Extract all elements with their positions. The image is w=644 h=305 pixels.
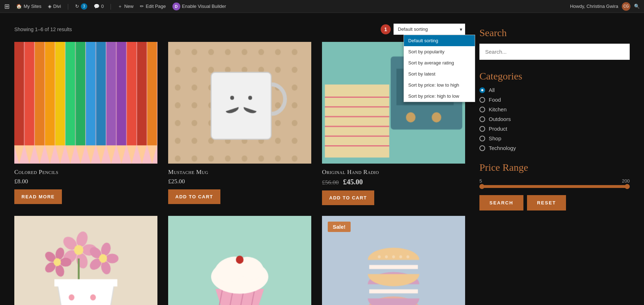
howdy-text: Howdy, Christina Gwira	[570, 4, 618, 9]
product-image-pink-gourmet-cupcake[interactable]	[168, 216, 311, 305]
category-radio-outdoors[interactable]	[479, 116, 485, 122]
price-range-section: Price Range 5 200 SEARCH RESET	[479, 162, 630, 210]
divi-icon: ◈	[48, 4, 52, 9]
price-search-button[interactable]: SEARCH	[479, 195, 523, 210]
product-image-colored-pencils[interactable]	[14, 42, 157, 164]
sort-option-popularity[interactable]: Sort by popularity	[404, 46, 475, 57]
search-title: Search	[479, 27, 630, 39]
product-price-colored-pencils: £8.00	[14, 178, 157, 185]
categories-title: Categories	[479, 71, 630, 82]
category-item-technology: Technology	[479, 145, 630, 151]
product-area: Showing 1–6 of 12 results 1 Default sort…	[14, 24, 465, 305]
new-link[interactable]: ＋ New	[118, 3, 133, 10]
sort-select-display[interactable]: Default sorting ▾	[394, 24, 465, 35]
search-section: Search	[479, 27, 630, 60]
category-label-product[interactable]: Product	[489, 126, 507, 132]
product-card-pink-gourmet-cupcake: Pink Gourmet Cupcake £25.00	[168, 216, 311, 305]
avatar: CG	[622, 2, 630, 11]
wordpress-logo[interactable]: ⊞	[4, 3, 10, 10]
product-card-colored-pencils: Colored Pencils £8.00 READ MORE	[14, 42, 157, 205]
category-label-all[interactable]: All	[489, 87, 495, 93]
sale-badge-pink-macarons: Sale!	[328, 222, 351, 232]
sort-option-default[interactable]: Default sorting	[404, 35, 475, 46]
admin-bar: ⊞ 🏠 My Sites ◈ Divi | ↻ 3 💬 0 | ＋ New ✏ …	[0, 0, 644, 13]
product-card-pink-flower-pot: Pink Flower Pot £32.00	[14, 216, 157, 305]
range-fill	[479, 185, 630, 188]
category-radio-kitchen[interactable]	[479, 107, 485, 112]
product-price-mustache-mug: £25.00	[168, 178, 311, 185]
category-radio-shop[interactable]	[479, 136, 485, 141]
category-radio-product[interactable]	[479, 126, 485, 132]
category-radio-food[interactable]	[479, 97, 485, 103]
product-title-original-hand-radio: Original Hand Radio	[322, 169, 465, 176]
range-thumb-right[interactable]	[625, 184, 630, 189]
categories-section: Categories All Food Kitchen Outdoors Pro…	[479, 71, 630, 151]
sort-option-price-low[interactable]: Sort by price: low to high	[404, 79, 475, 91]
category-label-kitchen[interactable]: Kitchen	[489, 106, 507, 112]
category-item-product: Product	[479, 126, 630, 132]
category-radio-all[interactable]	[479, 87, 485, 93]
product-title-colored-pencils: Colored Pencils	[14, 169, 157, 176]
price-reset-button[interactable]: RESET	[527, 195, 566, 210]
product-image-pink-flower-pot[interactable]	[14, 216, 157, 305]
product-image-pink-macarons[interactable]: Sale!	[322, 216, 465, 305]
range-track	[479, 185, 630, 188]
add-to-cart-button-original-hand-radio[interactable]: ADD TO CART	[322, 190, 374, 205]
sort-option-latest[interactable]: Sort by latest	[404, 68, 475, 79]
comment-icon: 💬	[94, 4, 99, 9]
sidebar: Search Categories All Food Kitchen Ou	[479, 24, 630, 305]
category-label-outdoors[interactable]: Outdoors	[489, 116, 511, 122]
search-icon[interactable]: 🔍	[634, 4, 640, 9]
category-item-shop: Shop	[479, 135, 630, 141]
results-count: Showing 1–6 of 12 results	[14, 26, 72, 32]
sort-wrapper: Default sorting ▾ Default sorting Sort b…	[394, 24, 465, 35]
divi-link[interactable]: ◈ Divi	[48, 4, 61, 9]
plus-icon: ＋	[118, 3, 122, 10]
my-sites-link[interactable]: 🏠 My Sites	[16, 4, 42, 9]
product-card-mustache-mug: Mustache Mug £25.00 ADD TO CART	[168, 42, 311, 205]
admin-bar-right: Howdy, Christina Gwira CG 🔍	[570, 2, 640, 11]
product-grid: Colored Pencils £8.00 READ MORE Mustache…	[14, 42, 465, 305]
main-content: Showing 1–6 of 12 results 1 Default sort…	[0, 13, 644, 305]
chevron-down-icon: ▾	[460, 26, 462, 32]
price-range-title: Price Range	[479, 162, 630, 173]
category-item-kitchen: Kitchen	[479, 106, 630, 112]
sort-dropdown: Default sorting Sort by popularity Sort …	[404, 35, 475, 102]
edit-page-link[interactable]: ✏ Edit Page	[140, 4, 166, 9]
range-thumb-left[interactable]	[479, 184, 484, 189]
search-input-wrap	[479, 44, 630, 60]
category-label-shop[interactable]: Shop	[489, 135, 501, 141]
product-title-mustache-mug: Mustache Mug	[168, 169, 311, 176]
wordpress-icon: ⊞	[4, 3, 10, 10]
old-price-radio: £56.00	[322, 179, 339, 186]
comments-link[interactable]: 💬 0	[94, 4, 104, 9]
category-item-outdoors: Outdoors	[479, 116, 630, 122]
product-card-pink-macarons: Sale! Pink Macarons £25.00 £15.00	[322, 216, 465, 305]
home-icon: 🏠	[16, 4, 22, 9]
pencil-icon: ✏	[140, 4, 144, 9]
product-image-mustache-mug[interactable]	[168, 42, 311, 164]
product-price-original-hand-radio: £56.00 £45.00	[322, 178, 465, 186]
visual-builder-link[interactable]: D Enable Visual Builder	[172, 3, 226, 10]
category-item-food: Food	[479, 97, 630, 103]
category-radio-technology[interactable]	[479, 145, 485, 151]
price-max-label: 200	[622, 178, 630, 184]
sync-icon: ↻	[75, 4, 79, 9]
new-price-radio: £45.00	[343, 178, 363, 186]
sort-option-price-high[interactable]: Sort by price: high to low	[404, 91, 475, 102]
add-to-cart-button-mustache-mug[interactable]: ADD TO CART	[168, 189, 220, 204]
price-range-labels: 5 200	[479, 178, 630, 184]
sync-link[interactable]: ↻ 3	[75, 3, 87, 10]
category-label-technology[interactable]: Technology	[489, 145, 516, 151]
sort-badge: 1	[381, 24, 391, 34]
category-label-food[interactable]: Food	[489, 97, 501, 103]
price-buttons: SEARCH RESET	[479, 195, 630, 210]
category-item-all: All	[479, 87, 630, 93]
read-more-button-colored-pencils[interactable]: READ MORE	[14, 189, 62, 204]
results-bar: Showing 1–6 of 12 results 1 Default sort…	[14, 24, 465, 35]
price-min-label: 5	[479, 178, 482, 184]
divi-circle-icon: D	[172, 3, 180, 10]
sync-count-badge: 3	[81, 3, 87, 10]
sort-option-rating[interactable]: Sort by average rating	[404, 57, 475, 68]
search-input[interactable]	[479, 44, 630, 60]
